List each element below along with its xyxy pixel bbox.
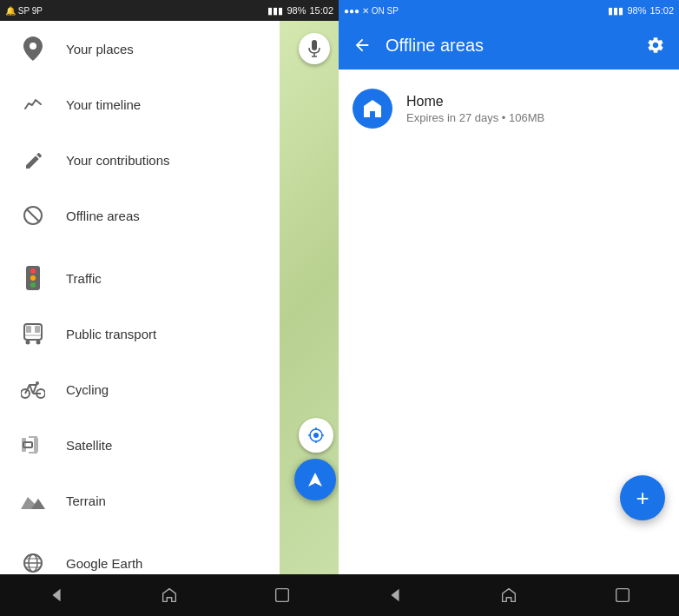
svg-rect-8	[35, 326, 40, 333]
svg-rect-44	[616, 589, 629, 602]
earth-icon	[17, 547, 49, 574]
recents-nav-button[interactable]	[268, 581, 296, 609]
offline-item-home[interactable]: Home Expires in 27 days • 106MB	[339, 76, 679, 141]
svg-rect-20	[29, 436, 37, 438]
add-area-fab[interactable]: +	[620, 475, 665, 520]
svg-rect-9	[24, 334, 42, 336]
svg-rect-42	[276, 589, 289, 602]
location-button[interactable]	[299, 418, 333, 453]
right-panel: ●●● ✕ ON SP ▮▮▮ 98% 15:02 Offline areas	[339, 0, 679, 616]
pin-icon	[17, 33, 49, 64]
bike-icon	[17, 374, 49, 405]
satellite-icon	[17, 429, 49, 460]
svg-rect-21	[29, 452, 37, 454]
svg-rect-31	[312, 40, 317, 50]
back-button[interactable]	[353, 36, 372, 55]
offline-icon	[17, 200, 49, 231]
terrain-icon	[17, 485, 49, 516]
bus-icon	[17, 318, 49, 349]
svg-rect-19	[34, 438, 38, 452]
back-nav-button[interactable]	[43, 581, 70, 609]
toolbar: Offline areas	[339, 21, 679, 70]
back-nav-button-right[interactable]	[381, 581, 409, 609]
status-right-right-info: ▮▮▮ 98% 15:02	[608, 5, 674, 17]
home-nav-button-right[interactable]	[495, 581, 523, 609]
traffic-icon	[17, 262, 49, 294]
navigate-button[interactable]	[294, 459, 336, 500]
svg-rect-7	[26, 326, 31, 333]
svg-marker-40	[308, 473, 322, 487]
svg-marker-43	[392, 589, 399, 602]
offline-item-text: Home Expires in 27 days • 106MB	[406, 94, 665, 124]
edit-icon	[17, 144, 49, 176]
offline-item-subtitle: Expires in 27 days • 106MB	[406, 111, 665, 124]
recents-nav-button-right[interactable]	[609, 581, 636, 609]
settings-button[interactable]	[646, 36, 665, 55]
svg-point-34	[313, 433, 319, 438]
svg-point-4	[30, 275, 36, 281]
status-bar-left: 🔔 SP 9P ▮▮▮ 98% 15:02	[0, 0, 339, 21]
timeline-icon	[17, 89, 49, 120]
svg-marker-41	[52, 589, 60, 602]
left-panel: 🔔 SP 9P ▮▮▮ 98% 15:02 Your places Your t…	[0, 0, 339, 616]
svg-rect-18	[22, 438, 26, 452]
status-left-icons: 🔔 SP 9P	[5, 6, 43, 16]
menu-label-google-earth: Google Earth	[66, 556, 300, 571]
home-nav-button[interactable]	[155, 581, 183, 609]
svg-line-1	[26, 209, 40, 222]
svg-point-5	[30, 282, 36, 288]
right-content-wrapper: Home Expires in 27 days • 106MB +	[339, 70, 679, 574]
status-bar-right: ●●● ✕ ON SP ▮▮▮ 98% 15:02	[339, 0, 679, 21]
svg-point-16	[36, 381, 39, 385]
mic-button[interactable]	[299, 33, 330, 64]
offline-item-name: Home	[406, 94, 665, 109]
nav-bar-left	[0, 574, 339, 616]
svg-point-3	[30, 268, 36, 274]
status-right-left-icons: ●●● ✕ ON SP	[344, 6, 399, 16]
fab-icon: +	[636, 485, 649, 512]
nav-bar-right	[339, 574, 679, 616]
status-right-info: ▮▮▮ 98% 15:02	[267, 5, 333, 17]
map-peek	[280, 21, 339, 574]
toolbar-title: Offline areas	[386, 36, 632, 56]
offline-item-icon	[353, 89, 392, 129]
